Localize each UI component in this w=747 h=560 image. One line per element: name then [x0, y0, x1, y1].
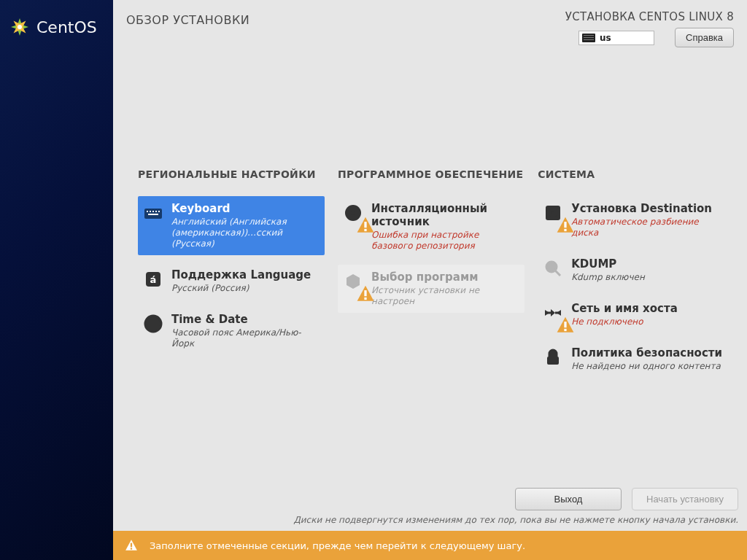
spoke-source[interactable]: Инсталляционный источник Ошибка при наст… — [338, 196, 525, 257]
software-heading: ПРОГРАММНОЕ ОБЕСПЕЧЕНИЕ — [338, 168, 525, 180]
spoke-network-sub: Не подключено — [571, 316, 678, 327]
spoke-kdump-sub: Kdump включен — [571, 272, 645, 283]
warning-bar-text: Заполните отмеченные секции, прежде чем … — [150, 540, 525, 551]
svg-rect-31 — [131, 543, 132, 548]
spoke-selection-sub: Источник установки не настроен — [371, 285, 517, 307]
spoke-security-title: Политика безопасности — [571, 346, 722, 359]
keyboard-layout-indicator[interactable]: us — [578, 31, 654, 45]
svg-point-19 — [351, 211, 355, 215]
spoke-language-sub: Русский (Россия) — [171, 283, 311, 294]
spoke-security[interactable]: Политика безопасности Не найдено ни одно… — [538, 341, 734, 378]
disc-spoke-icon — [342, 202, 364, 224]
spoke-destination-title: Установка Destination — [571, 202, 727, 215]
spoke-network[interactable]: Сеть и имя хоста Не подключено — [538, 296, 734, 333]
svg-point-5 — [18, 25, 22, 29]
svg-rect-9 — [152, 211, 154, 212]
spoke-time-title: Time & Date — [171, 313, 317, 326]
spoke-time-sub: Часовой пояс Америка/Нью-Йорк — [171, 327, 317, 349]
quit-button[interactable]: Выход — [515, 488, 622, 510]
package-spoke-icon — [342, 271, 364, 292]
svg-rect-29 — [547, 357, 559, 365]
spoke-kdump[interactable]: KDUMP Kdump включен — [538, 252, 734, 289]
network-spoke-icon — [542, 302, 564, 324]
system-heading: СИСТЕМА — [538, 168, 734, 180]
spoke-source-title: Инсталляционный источник — [371, 202, 517, 228]
svg-rect-7 — [147, 211, 148, 212]
spoke-keyboard-title: Keyboard — [171, 202, 317, 215]
spoke-destination[interactable]: Установка Destination Автоматическое раз… — [538, 196, 734, 244]
warning-icon — [356, 216, 367, 227]
brand-text: CentOS — [36, 18, 97, 36]
kdump-spoke-icon — [542, 257, 564, 279]
spoke-language[interactable]: á Поддержка Language Русский (Россия) — [138, 262, 325, 300]
footer-disclaimer: Диски не подвергнутся изменениям до тех … — [122, 515, 738, 525]
spoke-keyboard-sub: Английский (Английская (американская))…с… — [171, 217, 317, 249]
language-spoke-icon: á — [142, 268, 164, 290]
brand-logo: CentOS — [0, 0, 113, 54]
warning-icon — [556, 216, 567, 227]
spoke-keyboard[interactable]: Keyboard Английский (Английская (америка… — [138, 196, 325, 255]
spoke-selection[interactable]: Выбор программ Источник установки не нас… — [338, 265, 525, 313]
help-button[interactable]: Справка — [675, 28, 734, 47]
svg-point-22 — [551, 211, 554, 214]
keyboard-icon — [582, 34, 595, 42]
svg-marker-28 — [557, 310, 561, 316]
keyboard-spoke-icon — [142, 202, 164, 224]
svg-line-24 — [555, 271, 560, 276]
spoke-kdump-title: KDUMP — [571, 257, 645, 271]
warning-bar-icon — [125, 539, 138, 552]
sidebar: CentOS — [0, 0, 113, 560]
spoke-security-sub: Не найдено ни одного контента — [571, 361, 722, 372]
centos-logo-icon — [9, 16, 31, 38]
spoke-source-sub: Ошибка при настройке базового репозитори… — [371, 230, 517, 252]
clock-spoke-icon — [142, 313, 164, 335]
page-title: ОБЗОР УСТАНОВКИ — [126, 10, 249, 27]
svg-rect-11 — [158, 211, 160, 212]
spoke-language-title: Поддержка Language — [171, 268, 311, 281]
regional-heading: РЕГИОНАЛЬНЫЕ НАСТРОЙКИ — [138, 168, 325, 180]
svg-text:á: á — [150, 274, 157, 285]
lock-spoke-icon — [542, 346, 564, 368]
keyboard-layout-text: us — [600, 33, 611, 43]
spoke-time[interactable]: Time & Date Часовой пояс Америка/Нью-Йор… — [138, 307, 325, 355]
spoke-destination-sub: Автоматическое разбиение диска — [571, 217, 727, 238]
disk-spoke-icon — [542, 202, 564, 224]
svg-rect-10 — [155, 211, 157, 212]
warning-bar: Заполните отмеченные секции, прежде чем … — [113, 531, 747, 560]
svg-rect-8 — [150, 211, 151, 212]
install-title: УСТАНОВКА CENTOS LINUX 8 — [565, 10, 734, 23]
spoke-selection-title: Выбор программ — [371, 271, 517, 284]
svg-rect-32 — [131, 548, 132, 549]
svg-marker-27 — [545, 310, 549, 316]
svg-rect-12 — [148, 214, 158, 215]
spoke-network-title: Сеть и имя хоста — [571, 302, 678, 315]
warning-icon — [556, 316, 567, 327]
svg-point-23 — [546, 262, 557, 272]
begin-install-button[interactable]: Начать установку — [632, 488, 738, 510]
warning-icon — [356, 284, 367, 295]
